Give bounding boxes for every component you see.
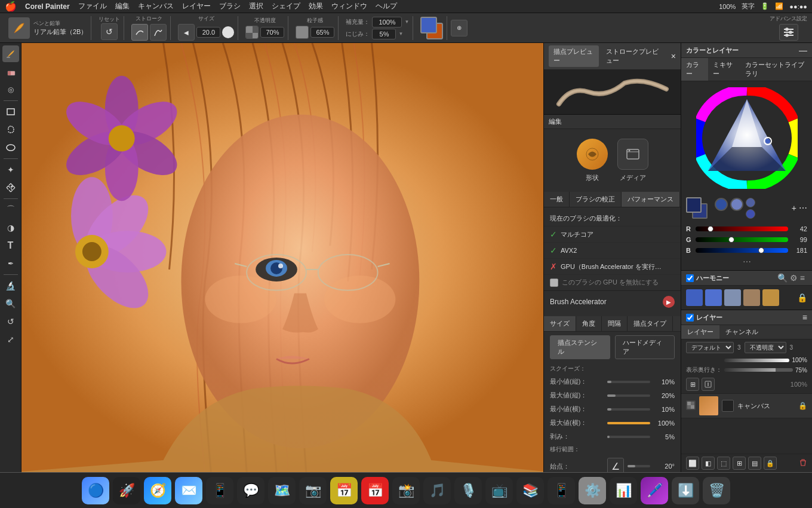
dock-photos2[interactable]: 📸 (392, 477, 420, 504)
harmony-lock-icon[interactable]: 🔒 (797, 293, 807, 302)
menu-canvas[interactable]: キャンバス (138, 1, 174, 11)
apple-menu[interactable]: 🍎 (5, 1, 17, 12)
stroke-type-straight[interactable] (150, 24, 167, 41)
clone-tool[interactable]: ◎ (2, 81, 19, 98)
menu-help[interactable]: ヘルプ (376, 1, 397, 11)
min-val-v-slider[interactable] (607, 408, 650, 411)
layer-menu-icon[interactable]: ≡ (802, 313, 807, 322)
eraser-tool[interactable] (2, 63, 19, 80)
menu-shape[interactable]: シェイプ (272, 1, 300, 11)
fg-bg-color-boxes[interactable] (686, 197, 708, 219)
text-tool[interactable]: T (2, 237, 19, 254)
hard-media-button[interactable]: ハードメディア (615, 335, 675, 359)
start-angle-box[interactable]: ∠ (607, 458, 624, 472)
harmony-checkbox[interactable] (686, 274, 694, 282)
canvas[interactable] (21, 43, 543, 472)
stroke-type-freehand[interactable] (131, 24, 148, 41)
blend-tool[interactable]: ⌒ (2, 201, 19, 218)
tab-colorset[interactable]: カラーセットライブラリ (740, 58, 813, 81)
layer-tool-6[interactable]: 🔒 (764, 457, 777, 470)
opacity-value[interactable]: 70% (260, 27, 284, 38)
dock-music[interactable]: 🎵 (423, 477, 451, 504)
g-slider[interactable] (696, 237, 788, 242)
hand-tool[interactable]: ↺ (2, 313, 19, 330)
color-panel-expand-icon[interactable]: — (799, 45, 807, 55)
tab-stroke-preview[interactable]: ストロークプレビュー (601, 45, 669, 67)
color-wheel-container[interactable] (681, 81, 812, 195)
menu-file[interactable]: ファイル (78, 1, 107, 11)
layer-tool-2[interactable]: ◧ (702, 457, 715, 470)
dock-finder[interactable]: 🔵 (82, 477, 109, 504)
color-wheel-svg[interactable] (696, 87, 798, 189)
toggle-icon-1[interactable]: ⊕ (451, 20, 467, 36)
tab-size[interactable]: サイズ (544, 316, 576, 331)
swatch-blue-mid[interactable] (730, 198, 743, 211)
swatch-add-icon[interactable]: + (792, 203, 796, 213)
harmony-swatch-1[interactable] (686, 289, 703, 306)
layer-delete-btn[interactable] (799, 458, 807, 469)
harmony-swatch-3[interactable] (724, 289, 741, 306)
dock-appstore[interactable]: 📱 (548, 477, 575, 504)
dock-safari[interactable]: 🧭 (144, 477, 171, 504)
media-icon-item[interactable]: メディア (617, 139, 648, 182)
menu-layer[interactable]: レイヤー (182, 1, 211, 11)
tab-calibrate[interactable]: ブラシの較正 (570, 192, 622, 207)
accelerator-icon[interactable]: ▶ (663, 296, 675, 308)
dock-maps[interactable]: 🗺️ (268, 477, 296, 504)
panel-close-icon[interactable]: × (671, 51, 676, 61)
menu-effect[interactable]: 効果 (309, 1, 323, 11)
swatch-small-1[interactable] (746, 198, 755, 207)
tab-mixer[interactable]: ミキサー (708, 58, 740, 81)
composite-mode-select[interactable]: デフォルト (686, 342, 734, 353)
transform-tool[interactable] (2, 179, 19, 196)
refill-value[interactable]: 100% (372, 17, 402, 27)
layer-tool-1[interactable]: ⬜ (686, 457, 699, 470)
wet-depth-slider[interactable] (724, 368, 793, 372)
size-value[interactable]: 20.0 (196, 27, 220, 38)
layer-opacity-select[interactable]: 不透明度 (745, 342, 786, 353)
menu-select[interactable]: 選択 (249, 1, 263, 11)
sharpness-slider[interactable] (607, 436, 650, 438)
fg-color-box[interactable] (686, 197, 702, 213)
layer-lock-icon[interactable]: 🔒 (798, 402, 807, 410)
layer-tool-5[interactable]: ▤ (748, 457, 761, 470)
harmony-settings-icon[interactable]: ⚙ (790, 273, 798, 283)
pen-tool[interactable]: ✒ (2, 255, 19, 272)
zoom-tool[interactable]: 🔍 (2, 295, 19, 312)
dodge-tool[interactable]: ◑ (2, 219, 19, 236)
dock-messages[interactable]: 💬 (237, 477, 264, 504)
dock-launchpad[interactable]: 🚀 (113, 477, 140, 504)
lasso-tool[interactable] (2, 121, 19, 138)
g-thumb[interactable] (728, 237, 734, 243)
brush-selector[interactable]: ペンと鉛筆 リアル鉛筆（2B） (5, 16, 91, 40)
advance-settings-button[interactable] (779, 24, 798, 41)
layer-tool-3[interactable]: ⬚ (717, 457, 730, 470)
layer-checkbox[interactable] (686, 314, 694, 322)
tab-general[interactable]: 一般 (544, 192, 570, 207)
max-val-h-slider[interactable] (607, 394, 650, 397)
disable-gpu-row[interactable]: このブラシの GPU を無効にする (544, 275, 681, 290)
dock-facetime[interactable]: 📱 (206, 477, 233, 504)
tab-performance[interactable]: パフォーマンス (622, 192, 680, 207)
dock-calendar[interactable]: 📅 (361, 477, 389, 504)
r-thumb[interactable] (708, 226, 713, 232)
dock-tv[interactable]: 📺 (485, 477, 513, 504)
dock-activitymonitor[interactable]: 📊 (610, 477, 637, 504)
tab-layers[interactable]: レイヤー (681, 325, 719, 339)
rectangle-tool[interactable] (2, 103, 19, 120)
grain-value[interactable]: 65% (310, 27, 334, 38)
dock-mail[interactable]: ✉️ (175, 477, 202, 504)
tab-channels[interactable]: チャンネル (719, 325, 764, 339)
dock-notes[interactable]: 📅 (330, 477, 358, 504)
menu-edit[interactable]: 編集 (115, 1, 130, 11)
dock-systemprefs[interactable]: ⚙️ (579, 477, 606, 504)
color-fg-bg[interactable] (420, 17, 443, 39)
harmony-swatch-4[interactable] (743, 289, 760, 306)
layer-visibility-icon-area[interactable] (686, 400, 696, 412)
layer-add-icon[interactable] (702, 378, 715, 391)
opacity-slider[interactable] (724, 359, 789, 362)
disable-gpu-checkbox[interactable] (550, 279, 558, 287)
harmony-swatch-5[interactable] (762, 289, 779, 306)
eyedropper-tool[interactable]: 🔬 (2, 277, 19, 294)
b-thumb[interactable] (758, 247, 764, 253)
